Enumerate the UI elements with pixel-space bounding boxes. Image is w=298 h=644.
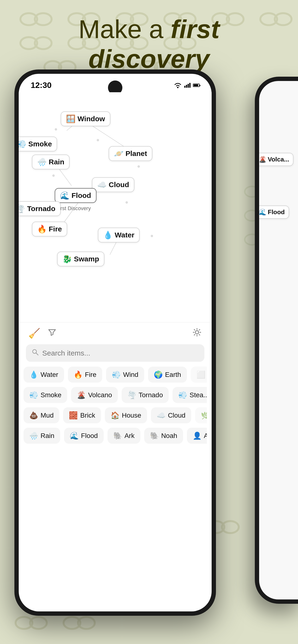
swamp-emoji: 🐉 <box>62 254 72 264</box>
item-rain-label: Rain <box>41 432 54 440</box>
item-steam-label: Stea... <box>190 391 207 399</box>
clear-button[interactable]: 🧹 <box>28 328 40 339</box>
items-area: 💧 Water 🔥 Fire 💨 Wind 🌍 Earth ⬜ .. <box>19 366 212 448</box>
item-earth-label: Earth <box>165 371 181 378</box>
canvas-chip-swamp[interactable]: 🐉 Swamp <box>57 252 104 266</box>
settings-icon <box>192 327 202 337</box>
item-tornado-label: Tornado <box>139 391 163 399</box>
phone-frame: 12:30 <box>14 70 216 616</box>
item-fire-emoji: 🔥 <box>74 370 83 379</box>
flood-main-label: Flood <box>72 192 91 200</box>
svg-point-71 <box>151 235 153 237</box>
canvas-chip-smoke[interactable]: 💨 Smoke <box>19 136 57 152</box>
volcano-right-emoji: 🌋 <box>259 156 266 163</box>
status-bar: 12:30 <box>19 74 212 92</box>
header-make-a: Make a <box>78 14 163 44</box>
second-phone-screen: 🌋 Volca... 🌊 Flood <box>259 81 298 600</box>
canvas-chip-volcano-right[interactable]: 🌋 Volca... <box>259 153 293 166</box>
item-smoke[interactable]: 💨 Smoke <box>24 387 67 403</box>
item-tornado[interactable]: 🌪️ Tornado <box>122 387 169 403</box>
item-mud-label: Mud <box>41 412 54 419</box>
filter-icon <box>48 328 57 337</box>
planet-emoji: 🪐 <box>114 149 123 158</box>
header-text: Make a first discovery <box>19 14 279 74</box>
volcano-right-label: Volca... <box>268 156 289 163</box>
item-a[interactable]: 👤 A... <box>187 428 207 444</box>
item-tornado-emoji: 🌪️ <box>127 391 136 399</box>
rain-label: Rain <box>49 158 64 166</box>
item-brick[interactable]: 🧱 Brick <box>63 407 101 423</box>
item-more-1[interactable]: ⬜ ... <box>191 366 207 382</box>
item-water-emoji: 💧 <box>29 370 38 379</box>
second-phone-frame: 🌋 Volca... 🌊 Flood <box>255 77 298 604</box>
item-water[interactable]: 💧 Water <box>24 366 64 382</box>
toolbar: 🧹 <box>19 322 212 344</box>
header-first: first <box>171 14 220 44</box>
canvas-chip-window[interactable]: 🪟 Window <box>61 112 110 126</box>
toolbar-left: 🧹 <box>28 328 57 339</box>
tornado-emoji: 🌪️ <box>19 204 25 213</box>
item-rain[interactable]: 🌧️ Rain <box>24 428 60 444</box>
window-emoji: 🪟 <box>66 114 76 124</box>
search-bar[interactable] <box>26 344 204 362</box>
item-flood[interactable]: 🌊 Flood <box>64 428 104 444</box>
item-ark-emoji: 🐘 <box>113 432 122 440</box>
canvas-chip-flood-right[interactable]: 🌊 Flood <box>259 206 289 219</box>
item-noah-emoji: 🐘 <box>150 432 159 440</box>
item-volcano[interactable]: 🌋 Volcano <box>71 387 118 403</box>
svg-point-72 <box>195 330 199 334</box>
fire-label: Fire <box>49 225 62 233</box>
search-magnifier <box>32 348 39 356</box>
svg-point-69 <box>52 174 55 177</box>
item-volcano-label: Volcano <box>88 391 112 399</box>
item-a-label: A... <box>204 432 207 440</box>
status-time: 12:30 <box>31 80 52 90</box>
canvas-chip-rain[interactable]: 🌧️ Rain <box>32 154 70 170</box>
item-wind-label: Wind <box>123 371 138 378</box>
canvas-chip-flood-main[interactable]: 🌊 Flood <box>55 188 96 203</box>
canvas-chip-planet[interactable]: 🪐 Planet <box>109 146 152 161</box>
item-more-3[interactable]: 🌿 ... <box>195 407 207 423</box>
filter-button[interactable] <box>48 328 57 339</box>
item-mud[interactable]: 💩 Mud <box>24 407 59 423</box>
item-brick-label: Brick <box>80 412 95 419</box>
items-row-3: 💩 Mud 🧱 Brick 🏠 House ☁️ Cloud 🌿 . <box>24 407 207 423</box>
water-emoji: 💧 <box>103 230 113 240</box>
item-flood-emoji: 🌊 <box>70 432 79 440</box>
item-cloud[interactable]: ☁️ Cloud <box>151 407 191 423</box>
item-house[interactable]: 🏠 House <box>105 407 147 423</box>
canvas-chip-water[interactable]: 💧 Water <box>98 228 140 242</box>
item-a-emoji: 👤 <box>193 432 202 440</box>
smoke-label: Smoke <box>28 140 52 148</box>
item-ark[interactable]: 🐘 Ark <box>107 428 140 444</box>
item-fire[interactable]: 🔥 Fire <box>68 366 102 382</box>
search-icon <box>32 348 39 358</box>
item-more-3-emoji: 🌿 <box>201 411 207 420</box>
flood-right-emoji: 🌊 <box>259 208 266 216</box>
canvas-chip-fire[interactable]: 🔥 Fire <box>32 222 67 236</box>
item-earth-emoji: 🌍 <box>154 370 163 379</box>
search-input[interactable] <box>42 349 199 357</box>
canvas-chip-tornado[interactable]: 🌪️ Tornado <box>19 201 61 216</box>
canvas-area: 🪟 Window 💨 Smoke 🪐 Planet 🌧️ Rain ☁️ Clo… <box>19 92 212 322</box>
settings-button[interactable] <box>192 327 202 340</box>
item-cloud-emoji: ☁️ <box>157 411 166 420</box>
item-rain-emoji: 🌧️ <box>29 432 38 440</box>
battery-icon <box>193 84 200 87</box>
item-smoke-emoji: 💨 <box>29 391 38 399</box>
svg-point-66 <box>55 128 57 130</box>
header-discovery: discovery <box>89 44 209 73</box>
flood-right-label: Flood <box>268 208 285 216</box>
item-steam-emoji: 💨 <box>178 391 187 399</box>
canvas-chip-cloud[interactable]: ☁️ Cloud <box>92 177 134 192</box>
item-wind-emoji: 💨 <box>112 370 121 379</box>
item-ark-label: Ark <box>124 432 135 440</box>
item-wind[interactable]: 💨 Wind <box>106 366 144 382</box>
svg-point-58 <box>177 87 179 88</box>
item-noah[interactable]: 🐘 Noah <box>144 428 183 444</box>
item-earth[interactable]: 🌍 Earth <box>148 366 187 382</box>
water-label: Water <box>115 231 134 239</box>
item-smoke-label: Smoke <box>41 391 61 399</box>
signal-icon <box>184 83 191 88</box>
item-steam[interactable]: 💨 Stea... <box>173 387 207 403</box>
